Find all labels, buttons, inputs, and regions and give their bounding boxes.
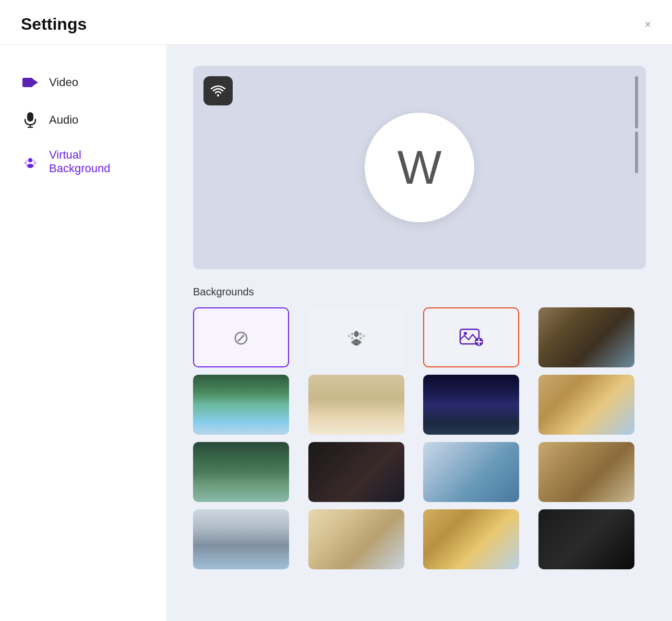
- svg-point-21: [359, 337, 362, 339]
- svg-point-8: [33, 160, 35, 162]
- background-modern-room[interactable]: [538, 442, 634, 502]
- sidebar-item-video[interactable]: Video: [16, 66, 151, 99]
- svg-point-26: [354, 331, 359, 337]
- scrollbar-thumb-bottom: [635, 132, 638, 173]
- background-room-windows[interactable]: [538, 307, 634, 367]
- backgrounds-section-label: Backgrounds: [193, 286, 646, 298]
- background-terrace[interactable]: [538, 375, 634, 435]
- background-art-grid[interactable]: [423, 509, 519, 569]
- svg-point-19: [359, 332, 362, 335]
- add-image-icon: [459, 327, 483, 348]
- background-none[interactable]: ⊘: [193, 307, 289, 367]
- svg-point-6: [34, 162, 37, 164]
- svg-point-7: [26, 160, 28, 162]
- dialog-title: Settings: [21, 15, 87, 34]
- wifi-badge: [203, 76, 233, 105]
- avatar: W: [365, 113, 474, 222]
- svg-point-18: [351, 332, 353, 335]
- background-dark-room[interactable]: [308, 442, 404, 502]
- svg-point-27: [352, 339, 361, 345]
- background-lake-boat[interactable]: [193, 442, 289, 502]
- scrollbar[interactable]: [634, 76, 639, 259]
- settings-dialog: Settings × Video: [0, 0, 672, 621]
- blur-icon: [345, 327, 368, 349]
- background-bright-room[interactable]: [193, 509, 289, 569]
- svg-point-12: [27, 164, 33, 168]
- close-button[interactable]: ×: [644, 19, 651, 30]
- svg-point-11: [28, 158, 32, 162]
- svg-point-24: [347, 335, 350, 337]
- background-dark-texture[interactable]: [538, 509, 634, 569]
- backgrounds-grid: ⊘: [193, 307, 646, 569]
- virtual-bg-icon: [21, 152, 40, 171]
- svg-point-29: [464, 332, 467, 335]
- dialog-header: Settings ×: [0, 0, 672, 45]
- background-blur[interactable]: [308, 307, 404, 367]
- background-mountain-lake[interactable]: [193, 375, 289, 435]
- scrollbar-thumb-top: [635, 76, 638, 128]
- sidebar: Video Audio: [0, 45, 167, 621]
- svg-point-13: [217, 94, 219, 97]
- svg-rect-0: [27, 112, 33, 122]
- no-background-icon: ⊘: [233, 326, 249, 349]
- background-add[interactable]: [423, 307, 519, 367]
- background-night-sky[interactable]: [423, 375, 519, 435]
- sidebar-item-virtual-background[interactable]: Virtual Background: [16, 141, 151, 183]
- svg-point-20: [351, 337, 353, 339]
- microphone-icon: [21, 111, 40, 129]
- sidebar-label-video: Video: [49, 76, 78, 89]
- avatar-letter: W: [398, 141, 442, 195]
- video-camera-icon: [21, 73, 40, 92]
- svg-point-5: [25, 162, 27, 164]
- sidebar-item-audio[interactable]: Audio: [16, 103, 151, 137]
- main-content: Video Audio: [0, 45, 672, 621]
- svg-point-25: [362, 335, 365, 337]
- background-kitchen[interactable]: [308, 375, 404, 435]
- background-abstract-blue[interactable]: [423, 442, 519, 502]
- video-preview: W: [193, 66, 646, 269]
- sidebar-label-virtual-background: Virtual Background: [49, 148, 146, 175]
- background-curtain-room[interactable]: [308, 509, 404, 569]
- right-panel: W Backgrounds ⊘: [167, 45, 672, 621]
- sidebar-label-audio: Audio: [49, 113, 78, 127]
